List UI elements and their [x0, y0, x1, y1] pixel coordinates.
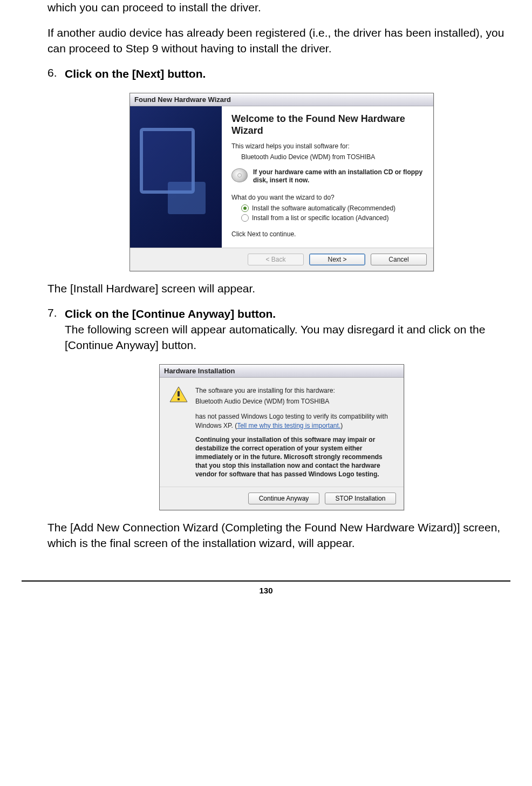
warning-icon: [169, 386, 188, 402]
dialog1-device-name: Bluetooth Audio Device (WDM) from TOSHIB…: [241, 153, 424, 161]
stop-installation-button[interactable]: STOP Installation: [325, 493, 396, 504]
step-7: 7. Click on the [Continue Anyway] button…: [47, 306, 516, 353]
cd-icon: [231, 168, 248, 182]
footer-divider: [22, 580, 510, 582]
dialog1-helps-text: This wizard helps you install software f…: [231, 142, 424, 150]
page-number: 130: [22, 586, 510, 595]
radio-option-specific-label: Install from a list or specific location…: [252, 214, 388, 222]
after-dialog1-text: The [Install Hardware] screen will appea…: [47, 281, 516, 297]
next-button[interactable]: Next >: [309, 254, 365, 265]
dialog1-heading: Welcome to the Found New Hardware Wizard: [231, 113, 424, 137]
dialog2-titlebar: Hardware Installation: [160, 365, 404, 378]
dialog2-compat-text: has not passed Windows Logo testing to v…: [195, 412, 394, 429]
step-7-title: Click on the [Continue Anyway] button.: [65, 306, 516, 322]
radio-option-automatic[interactable]: Install the software automatically (Reco…: [241, 204, 424, 212]
radio-option-automatic-label: Install the software automatically (Reco…: [252, 204, 395, 212]
svg-rect-2: [178, 398, 180, 400]
dialog2-warning-bold: Continuing your installation of this sof…: [195, 435, 394, 479]
dialog2-compat-text-b: ): [340, 422, 343, 429]
dialog2-intro-text: The software you are installing for this…: [195, 386, 394, 395]
continue-anyway-button[interactable]: Continue Anyway: [248, 493, 319, 504]
wizard-sidebar-graphic: [130, 106, 222, 248]
dialog1-question: What do you want the wizard to do?: [231, 194, 424, 201]
step-6-number: 6.: [47, 66, 65, 82]
dialog1-titlebar: Found New Hardware Wizard: [130, 93, 433, 106]
found-new-hardware-wizard-dialog: Found New Hardware Wizard Welcome to the…: [129, 93, 434, 271]
hardware-installation-dialog: Hardware Installation The software you a…: [159, 364, 404, 510]
testing-important-link[interactable]: Tell me why this testing is important.: [237, 422, 340, 429]
dialog1-cd-hint: If your hardware came with an installati…: [253, 168, 424, 185]
step-6-title: Click on the [Next] button.: [65, 67, 206, 80]
radio-unchecked-icon: [241, 214, 249, 222]
dialog1-click-next-text: Click Next to continue.: [231, 230, 424, 238]
intro-line1: which you can proceed to install the dri…: [47, 0, 516, 16]
step-7-number: 7.: [47, 306, 65, 353]
cancel-button[interactable]: Cancel: [371, 254, 427, 265]
back-button: < Back: [248, 254, 304, 265]
step-6: 6. Click on the [Next] button.: [47, 66, 516, 82]
svg-rect-1: [178, 391, 180, 397]
step-7-body: The following screen will appear automat…: [65, 322, 516, 353]
intro-line2: If another audio device has already been…: [47, 25, 516, 57]
after-dialog2-text: The [Add New Connection Wizard (Completi…: [47, 520, 516, 551]
dialog2-device-name: Bluetooth Audio Device (WDM) from TOSHIB…: [195, 397, 394, 406]
radio-option-specific[interactable]: Install from a list or specific location…: [241, 214, 424, 222]
radio-checked-icon: [241, 204, 249, 212]
